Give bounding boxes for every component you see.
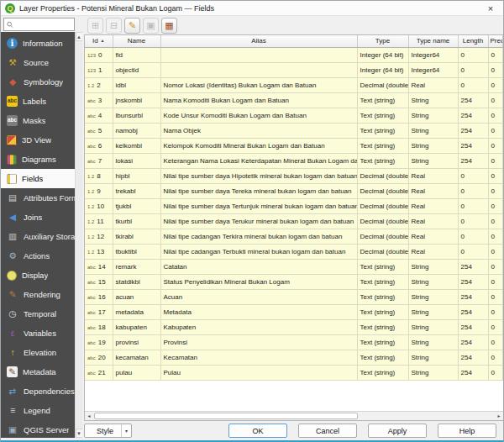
sidebar-item-dependencies[interactable]: ⇄ Dependencies	[1, 381, 75, 401]
sidebar-item-metadata[interactable]: ✎ Metadata	[1, 362, 75, 381]
cell-type-name[interactable]: String	[408, 365, 458, 380]
cell-type[interactable]: Text (string)	[357, 153, 408, 168]
new-field-button[interactable]: ⊞	[87, 18, 103, 34]
field-row[interactable]: 1230 fid Integer (64 bit) Integer64 0 0	[85, 47, 503, 62]
cancel-button[interactable]: Cancel	[298, 424, 357, 438]
cell-length[interactable]: 0	[458, 168, 488, 183]
cell-precision[interactable]: 0	[488, 334, 503, 350]
field-row[interactable]: abc21 pulau Pulau Text (string) String 2…	[85, 365, 503, 380]
cell-id[interactable]: abc18	[85, 319, 113, 334]
cell-type[interactable]: Decimal (double)	[357, 244, 408, 259]
cell-id[interactable]: 1.28	[85, 168, 113, 183]
field-row[interactable]: 1.212 tkirabl Nilai tipe cadangan Terkir…	[85, 229, 503, 244]
sidebar-item-legend[interactable]: ≡ Legend	[1, 401, 75, 420]
cell-length[interactable]: 254	[458, 289, 488, 304]
cell-name[interactable]: lokasi	[113, 153, 160, 168]
search-input[interactable]	[15, 20, 71, 29]
cell-length[interactable]: 254	[458, 153, 488, 168]
cell-precision[interactable]: 0	[488, 47, 503, 62]
cell-id[interactable]: abc14	[85, 259, 113, 274]
column-header-precision[interactable]: Precision	[488, 35, 503, 47]
cell-type[interactable]: Decimal (double)	[357, 229, 408, 244]
cell-precision[interactable]: 0	[488, 274, 503, 289]
cell-name[interactable]: hipbl	[113, 168, 160, 183]
apply-button[interactable]: Apply	[368, 424, 427, 438]
cell-name[interactable]: pulau	[113, 365, 160, 380]
cell-id[interactable]: abc6	[85, 138, 113, 153]
cell-length[interactable]: 254	[458, 259, 488, 274]
field-row[interactable]: abc20 kecamatan Kecamatan Text (string) …	[85, 350, 503, 365]
field-row[interactable]: abc14 remark Catatan Text (string) Strin…	[85, 259, 503, 274]
sidebar-item-actions[interactable]: ⚙ Actions	[1, 246, 75, 266]
cell-alias[interactable]: Catatan	[160, 259, 357, 274]
cell-id[interactable]: abc4	[85, 108, 113, 123]
cell-name[interactable]: trekabl	[113, 183, 160, 198]
sidebar-item-symbology[interactable]: ◆ Symbology	[1, 72, 75, 92]
cell-type[interactable]: Text (string)	[357, 350, 408, 365]
cell-name[interactable]: tkurbl	[113, 213, 160, 229]
cell-type[interactable]: Text (string)	[357, 334, 408, 350]
field-row[interactable]: 1.28 hipbl Nilai tipe sumber daya Hipote…	[85, 168, 503, 183]
cell-name[interactable]: lbunsurbl	[113, 108, 160, 123]
cell-precision[interactable]: 0	[488, 244, 503, 259]
cell-alias[interactable]: Nilai tipe sumber daya Hipotetik mineral…	[160, 168, 357, 183]
cell-id[interactable]: abc7	[85, 153, 113, 168]
field-row[interactable]: 1.210 tjukbl Nilai tipe sumber daya Tert…	[85, 198, 503, 213]
column-header-type[interactable]: Type	[357, 35, 408, 47]
cell-precision[interactable]: 0	[488, 365, 503, 380]
cell-type[interactable]: Decimal (double)	[357, 198, 408, 213]
cell-precision[interactable]: 0	[488, 350, 503, 365]
help-button[interactable]: Help	[438, 424, 496, 438]
cell-name[interactable]: objectid	[113, 62, 160, 77]
cell-id[interactable]: 1.212	[85, 229, 113, 244]
cell-length[interactable]: 0	[458, 47, 488, 62]
chevron-down-icon[interactable]: ▾	[121, 424, 131, 437]
sidebar-item-information[interactable]: ℹ Information	[1, 34, 75, 53]
sidebar-item-variables[interactable]: ε Variables	[1, 324, 75, 343]
cell-type-name[interactable]: Real	[408, 168, 458, 183]
cell-name[interactable]: remark	[113, 259, 160, 274]
sidebar-item-rendering[interactable]: ✎ Rendering	[1, 285, 75, 304]
cell-type[interactable]: Decimal (double)	[357, 213, 408, 229]
cell-id[interactable]: 1.213	[85, 244, 113, 259]
cell-name[interactable]: tkirabl	[113, 229, 160, 244]
cell-precision[interactable]: 0	[488, 138, 503, 153]
cell-type-name[interactable]: Integer64	[408, 47, 458, 62]
cell-type-name[interactable]: Real	[408, 183, 458, 198]
cell-name[interactable]: idbl	[113, 77, 160, 92]
cell-alias[interactable]: Nilai tipe sumber daya Tertunjuk mineral…	[160, 198, 357, 213]
cell-length[interactable]: 254	[458, 334, 488, 350]
cell-type-name[interactable]: String	[408, 138, 458, 153]
cell-id[interactable]: abc3	[85, 92, 113, 108]
cell-precision[interactable]: 0	[488, 77, 503, 92]
scroll-right-icon[interactable]: ►	[495, 412, 503, 420]
cell-type[interactable]: Text (string)	[357, 259, 408, 274]
cell-name[interactable]: kabupaten	[113, 319, 160, 334]
cell-type[interactable]: Text (string)	[357, 274, 408, 289]
cell-id[interactable]: 1.29	[85, 183, 113, 198]
cell-name[interactable]: provinsi	[113, 334, 160, 350]
sidebar-item-source[interactable]: ⚒ Source	[1, 53, 75, 72]
cell-precision[interactable]: 0	[488, 229, 503, 244]
cell-alias[interactable]: Kelompok Komoditi Mineral Bukan Logam da…	[160, 138, 357, 153]
cell-length[interactable]: 254	[458, 304, 488, 319]
cell-alias[interactable]	[160, 47, 357, 62]
sidebar-item-attributes-form[interactable]: ▤ Attributes Form	[1, 188, 75, 208]
cell-type[interactable]: Integer (64 bit)	[357, 62, 408, 77]
field-row[interactable]: abc15 statdikbl Status Penyelidikan Mine…	[85, 274, 503, 289]
cell-type-name[interactable]: String	[408, 108, 458, 123]
field-row[interactable]: 1.211 tkurbl Nilai tipe sumber daya Teru…	[85, 213, 503, 229]
sidebar-item-auxiliary-storage[interactable]: ▥ Auxiliary Storage	[1, 227, 75, 246]
cell-name[interactable]: jnskombl	[113, 92, 160, 108]
sidebar-item-3d-view[interactable]: 3D View	[1, 130, 75, 150]
cell-type-name[interactable]: String	[408, 123, 458, 138]
cell-name[interactable]: statdikbl	[113, 274, 160, 289]
cell-id[interactable]: 1230	[85, 47, 113, 62]
cell-type[interactable]: Decimal (double)	[357, 183, 408, 198]
cell-type-name[interactable]: String	[408, 350, 458, 365]
horizontal-scrollbar-thumb[interactable]	[94, 413, 358, 419]
cell-precision[interactable]: 0	[488, 304, 503, 319]
cell-length[interactable]: 0	[458, 213, 488, 229]
cell-length[interactable]: 254	[458, 138, 488, 153]
cell-id[interactable]: abc15	[85, 274, 113, 289]
